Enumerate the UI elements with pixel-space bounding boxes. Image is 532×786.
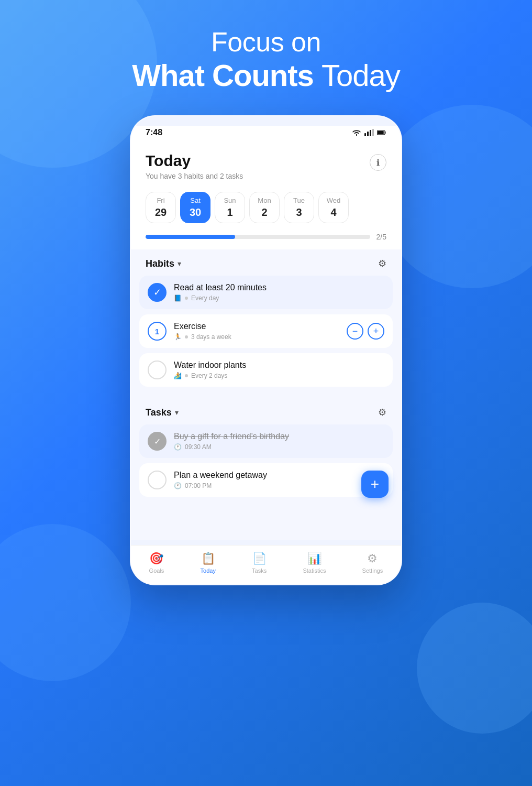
nav-icon-statistics: 📊	[307, 552, 322, 565]
habit-check-2[interactable]	[148, 361, 167, 379]
status-icons	[352, 129, 386, 136]
phone-wrapper: 7:48	[130, 115, 402, 585]
header-text: Today You have 3 habits and 2 tasks	[146, 152, 243, 180]
bg-circle-4	[417, 603, 532, 734]
nav-label-goals: Goals	[149, 567, 164, 574]
tasks-filter-icon[interactable]: ⚙	[378, 407, 386, 418]
page-header: Today You have 3 habits and 2 tasks ℹ	[131, 141, 401, 187]
nav-item-statistics[interactable]: 📊 Statistics	[303, 552, 326, 574]
hero-line2: What Counts Today	[0, 58, 532, 93]
progress-text: 2/5	[376, 233, 386, 241]
svg-rect-5	[378, 131, 384, 134]
habit-title-1: Exercise	[174, 322, 339, 331]
tasks-section: Tasks ▾ ⚙ ✓ Buy a gift for a friend's bi…	[131, 398, 401, 508]
battery-icon	[377, 129, 386, 136]
status-time: 7:48	[146, 128, 162, 137]
habit-card-2[interactable]: Water indoor plants 🏄 Every 2 days	[139, 353, 393, 387]
habit-freq-2: Every 2 days	[191, 372, 227, 379]
svg-rect-3	[372, 129, 374, 136]
nav-item-settings[interactable]: ⚙ Settings	[362, 552, 383, 574]
habit-card-0[interactable]: ✓ Read at least 20 minutes 📘 Every day	[139, 276, 393, 309]
habits-filter-icon[interactable]: ⚙	[378, 258, 386, 269]
cal-day-fri[interactable]: Fri29	[146, 192, 176, 223]
habit-title-2: Water indoor plants	[174, 361, 384, 370]
task-info-0: Buy a gift for a friend's birthday 🕐 09:…	[174, 432, 384, 451]
habits-section-header: Habits ▾ ⚙	[139, 249, 393, 276]
habit-dot-1	[185, 335, 188, 339]
task-title-0: Buy a gift for a friend's birthday	[174, 432, 384, 441]
nav-icon-today: 📋	[201, 552, 215, 565]
hero-line1: Focus on	[0, 26, 532, 58]
app-content: Today You have 3 habits and 2 tasks ℹ Fr…	[131, 141, 401, 508]
habit-freq-0: Every day	[191, 294, 219, 302]
task-card-1[interactable]: Plan a weekend getaway 🕐 07:00 PM	[139, 463, 393, 497]
habit-card-1[interactable]: 1 Exercise 🏃 3 days a week − +	[139, 314, 393, 348]
svg-rect-2	[370, 130, 371, 136]
bottom-nav: 🎯 Goals 📋 Today 📄 Tasks 📊 Statistics ⚙ S…	[131, 545, 401, 584]
hero-bold: What Counts	[132, 58, 314, 92]
task-check-0[interactable]: ✓	[148, 432, 167, 451]
bg-circle-2	[380, 105, 532, 288]
tasks-list: ✓ Buy a gift for a friend's birthday 🕐 0…	[139, 424, 393, 497]
cal-day-mon[interactable]: Mon2	[249, 192, 280, 223]
habit-info-0: Read at least 20 minutes 📘 Every day	[174, 283, 384, 302]
status-bar: 7:48	[131, 126, 401, 141]
nav-label-today: Today	[201, 567, 216, 574]
progress-fill	[146, 235, 235, 239]
nav-icon-goals: 🎯	[149, 552, 163, 565]
habit-icon-0: 📘	[174, 294, 182, 302]
habit-inc-1[interactable]: +	[368, 323, 384, 340]
page-title: Today	[146, 152, 243, 170]
signal-icon	[364, 129, 374, 136]
page-subtitle: You have 3 habits and 2 tasks	[146, 172, 243, 180]
svg-rect-1	[367, 132, 369, 136]
task-card-0[interactable]: ✓ Buy a gift for a friend's birthday 🕐 0…	[139, 424, 393, 458]
task-meta-1: 🕐 07:00 PM	[174, 482, 384, 489]
habit-info-1: Exercise 🏃 3 days a week	[174, 322, 339, 341]
habits-title-row: Habits ▾	[146, 258, 181, 269]
habit-dot-2	[185, 374, 188, 377]
habit-check-0[interactable]: ✓	[148, 283, 167, 302]
task-check-1[interactable]	[148, 471, 167, 489]
nav-icon-settings: ⚙	[367, 552, 378, 565]
svg-rect-0	[364, 133, 366, 136]
progress-bar	[146, 235, 370, 239]
hero-normal: Today	[322, 58, 400, 92]
tasks-title-row: Tasks ▾	[146, 407, 179, 418]
habits-list: ✓ Read at least 20 minutes 📘 Every day 1…	[139, 276, 393, 387]
cal-day-tue[interactable]: Tue3	[284, 192, 314, 223]
fab-button[interactable]: +	[361, 471, 389, 498]
cal-day-wed[interactable]: Wed4	[318, 192, 349, 223]
clock-icon-1: 🕐	[174, 482, 182, 489]
habit-check-1[interactable]: 1	[148, 322, 167, 341]
task-meta-0: 🕐 09:30 AM	[174, 443, 384, 451]
habit-dot-0	[185, 297, 188, 300]
habit-icon-2: 🏄	[174, 372, 182, 379]
nav-item-today[interactable]: 📋 Today	[201, 552, 216, 574]
habit-dec-1[interactable]: −	[347, 323, 363, 340]
tasks-title: Tasks	[146, 407, 172, 418]
bg-circle-3	[0, 524, 131, 681]
phone: 7:48	[130, 115, 402, 585]
habit-icon-1: 🏃	[174, 333, 182, 341]
nav-item-tasks[interactable]: 📄 Tasks	[252, 552, 267, 574]
info-button[interactable]: ℹ	[370, 154, 386, 171]
cal-day-sun[interactable]: Sun1	[215, 192, 245, 223]
clock-icon-0: 🕐	[174, 443, 182, 451]
habit-meta-1: 🏃 3 days a week	[174, 333, 339, 341]
cal-day-sat[interactable]: Sat30	[180, 192, 210, 223]
nav-label-statistics: Statistics	[303, 567, 326, 574]
habit-title-0: Read at least 20 minutes	[174, 283, 384, 292]
task-info-1: Plan a weekend getaway 🕐 07:00 PM	[174, 471, 384, 489]
habit-meta-2: 🏄 Every 2 days	[174, 372, 384, 379]
tasks-chevron[interactable]: ▾	[175, 408, 179, 417]
calendar-strip: Fri29Sat30Sun1Mon2Tue3Wed4	[131, 187, 401, 231]
habits-section: Habits ▾ ⚙ ✓ Read at least 20 minutes 📘 …	[131, 249, 401, 398]
task-time-0: 09:30 AM	[185, 443, 212, 451]
nav-item-goals[interactable]: 🎯 Goals	[149, 552, 164, 574]
task-title-1: Plan a weekend getaway	[174, 471, 384, 480]
hero-section: Focus on What Counts Today	[0, 26, 532, 93]
habits-chevron[interactable]: ▾	[178, 259, 181, 268]
tasks-section-header: Tasks ▾ ⚙	[139, 398, 393, 424]
habit-counter-1: − +	[347, 323, 384, 340]
